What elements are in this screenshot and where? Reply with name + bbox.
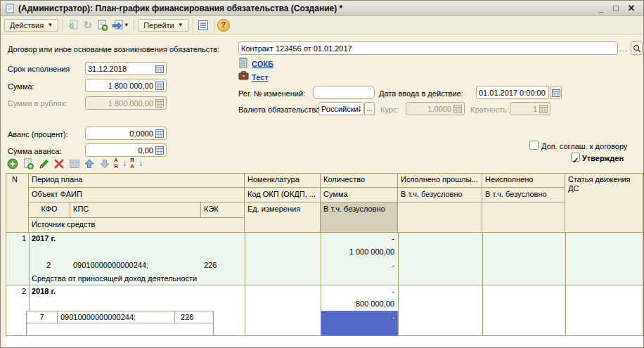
advance-sum-value: 0,00 <box>88 146 153 155</box>
rate-field: 1,0000 <box>406 102 465 115</box>
kek-edit-cell[interactable]: 226 <box>174 311 214 323</box>
grid-line <box>6 285 643 285</box>
sort-asc-icon[interactable]: А Я ↓ <box>114 157 127 169</box>
col-header-faip: Объект ФАИП <box>29 188 245 202</box>
advance-pct-field[interactable]: 0,0000 <box>85 127 167 140</box>
grid-line <box>643 233 643 336</box>
calculator-icon[interactable] <box>155 146 164 155</box>
contract-ellipsis-button[interactable]: ... <box>619 44 628 53</box>
window: (Администратор): План-график финансирова… <box>0 0 644 348</box>
contract-value: Контракт 123456 от 01.01.2017 <box>241 44 615 53</box>
source-edit-cell[interactable] <box>26 323 214 336</box>
col-header-incl-done: В т.ч. безусловно <box>398 188 482 202</box>
effective-calendar-button[interactable] <box>550 86 562 99</box>
currency-ellipsis-button[interactable]: ... <box>364 102 375 115</box>
sort-desc-icon[interactable]: Я А ↓ <box>130 157 143 169</box>
amount-label: Сумма: <box>8 82 34 91</box>
incl-cell[interactable]: - <box>321 261 394 269</box>
close-button[interactable]: ✕ <box>624 3 639 13</box>
sum-cell[interactable]: 1 000 000,00 <box>321 247 394 256</box>
currency-field[interactable]: Российский <box>318 102 363 115</box>
approved-checkbox[interactable]: ✓ <box>571 153 580 162</box>
source-cell[interactable]: Средства от приносящей доход деятельност… <box>32 274 197 283</box>
amount-field[interactable]: 1 800 000,00 <box>85 79 167 92</box>
calculator-icon[interactable] <box>155 129 164 138</box>
kps-edit-cell[interactable]: 09010000000000244; <box>57 311 175 323</box>
amount-rub-value: 1 800 000,00 <box>88 99 153 108</box>
extra-agreement-checkbox[interactable] <box>529 141 539 150</box>
rate-label: Курс: <box>380 105 399 114</box>
kfo-edit-cell[interactable]: 7 <box>26 311 58 323</box>
qty-cell[interactable]: - <box>321 287 394 295</box>
document-icon <box>5 4 15 13</box>
delete-row-icon[interactable] <box>53 158 65 169</box>
col-header-sum: Сумма <box>321 188 398 202</box>
structure-icon[interactable] <box>196 18 211 32</box>
col-header-nomenclature: Номенклатура <box>245 173 321 188</box>
mult-field: 1 <box>510 102 550 115</box>
currency-value: Российский <box>321 105 361 113</box>
calendar-icon[interactable] <box>155 65 164 73</box>
effective-field[interactable]: 01.01.2017 0:00:00 <box>476 86 549 99</box>
calculator-icon-disabled <box>453 105 462 113</box>
kps-cell[interactable]: 09010000000000244; <box>73 261 148 269</box>
calendar-icon <box>552 89 560 97</box>
dropdown-icon: ▼ <box>124 22 129 28</box>
amount-rub-label: Сумма в рублях: <box>8 99 67 108</box>
kfo-cell[interactable]: 2 <box>46 261 51 269</box>
edit-row-icon[interactable] <box>39 158 50 169</box>
actions-menu-button[interactable]: Действия ▼ <box>4 19 58 32</box>
advance-pct-label: Аванс (процент): <box>8 130 68 138</box>
col-header-done: Исполнено прошлы... <box>398 173 482 188</box>
approved-label: Утвержден <box>582 154 624 162</box>
contract-search-button[interactable] <box>631 41 643 55</box>
minimize-button[interactable]: _ <box>593 3 608 13</box>
sort-letter-a: А <box>130 164 134 169</box>
selected-incl-cell[interactable]: - <box>321 311 398 336</box>
notebook-icon <box>238 57 248 68</box>
end-edit-icon <box>69 158 80 169</box>
contract-field[interactable]: Контракт 123456 от 01.01.2017 <box>238 41 618 55</box>
add-row-icon[interactable] <box>7 158 18 169</box>
col-header-article: Статья движения ДС <box>565 173 643 233</box>
calculator-icon[interactable] <box>155 82 164 90</box>
advance-sum-field[interactable]: 0,00 <box>85 143 167 157</box>
refresh-icon[interactable]: ↻ <box>80 18 95 32</box>
rate-value: 1,0000 <box>408 105 451 113</box>
sort-letter-ya: Я <box>114 164 118 169</box>
check-icon: ✓ <box>572 156 579 165</box>
maximize-button[interactable]: □ <box>608 3 624 13</box>
enter-based-on-icon[interactable]: ▼ <box>110 18 131 32</box>
move-up-icon[interactable] <box>84 158 95 169</box>
kek-cell[interactable]: 226 <box>204 261 217 269</box>
qty-cell[interactable]: - <box>321 234 394 243</box>
period-cell[interactable]: 2018 г. <box>32 287 56 295</box>
sum-cell[interactable]: 800 000,00 <box>321 299 394 308</box>
selected-cell-value: - <box>392 313 395 321</box>
move-down-icon[interactable] <box>99 158 110 169</box>
window-title: (Администратор): План-график финансирова… <box>18 4 593 13</box>
save-close-icon[interactable] <box>65 18 80 32</box>
col-header-period: Период плана <box>29 173 245 188</box>
test-link[interactable]: Тест <box>252 73 269 82</box>
reg-field[interactable] <box>313 86 375 99</box>
separator <box>214 19 214 32</box>
extra-agreement-label: Доп. соглаш. к договору <box>541 142 627 150</box>
goto-menu-button[interactable]: Перейти ▼ <box>138 19 189 32</box>
copy-row-icon[interactable] <box>22 158 34 169</box>
col-header-n: N <box>6 173 29 233</box>
col-header-okp: Код ОКП (ОКДП, ... <box>245 188 321 202</box>
col-header-incl-notdone: В т.ч. безусловно <box>482 188 565 202</box>
col-header-empty <box>482 202 565 233</box>
sokb-link[interactable]: СОКБ <box>252 60 273 68</box>
mult-value: 1 <box>513 105 537 113</box>
row-number: 1 <box>7 234 26 243</box>
col-header-kek: КЭК <box>201 202 245 218</box>
copy-new-icon[interactable] <box>95 18 110 32</box>
col-header-qty: Количество <box>321 173 398 188</box>
period-cell[interactable]: 2017 г. <box>32 234 56 243</box>
due-field[interactable]: 31.12.2018 <box>85 62 167 75</box>
help-icon[interactable]: ? <box>217 19 230 32</box>
contract-label: Договор или иное основание возникновения… <box>8 45 219 53</box>
col-header-empty <box>398 202 482 233</box>
